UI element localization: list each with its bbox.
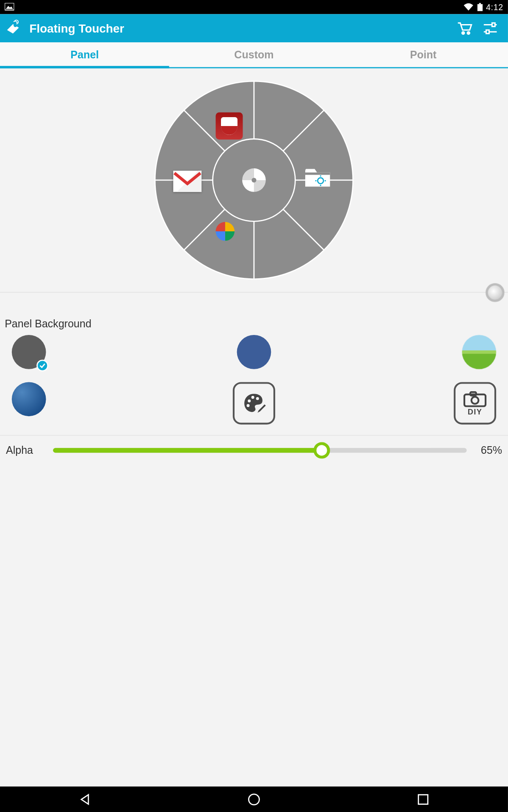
app-title: Floating Toucher	[30, 22, 452, 35]
alpha-label: Alpha	[6, 444, 53, 456]
tab-point[interactable]: Point	[339, 42, 508, 67]
alpha-value: 65%	[467, 444, 502, 456]
palette-icon	[241, 390, 267, 416]
bg-option-stars[interactable]	[12, 382, 46, 416]
svg-point-7	[467, 32, 470, 34]
svg-point-32	[256, 397, 259, 400]
svg-rect-11	[486, 30, 489, 33]
svg-rect-2	[477, 4, 483, 11]
nfl-icon	[215, 112, 243, 140]
wheel-slot-nfl[interactable]	[215, 111, 244, 141]
bg-option-gray[interactable]	[12, 335, 46, 369]
panel-background-heading: Panel Background	[0, 315, 508, 335]
bg-option-diy[interactable]: DIY	[454, 382, 496, 424]
selected-check-icon	[36, 360, 48, 372]
svg-point-5	[14, 24, 17, 27]
home-icon	[247, 793, 261, 807]
svg-point-30	[248, 399, 251, 402]
floating-point-handle[interactable]	[486, 283, 505, 302]
svg-point-37	[248, 794, 259, 805]
battery-icon	[477, 3, 483, 11]
recent-icon	[417, 793, 430, 806]
tab-panel[interactable]: Panel	[0, 42, 169, 67]
app-logo-icon	[5, 17, 25, 39]
tab-bar: Panel Custom Point	[0, 42, 508, 68]
svg-marker-4	[7, 24, 19, 33]
wheel-slot-photos[interactable]	[213, 219, 243, 249]
svg-marker-1	[6, 6, 13, 9]
wheel-slot-settings-folder[interactable]	[304, 165, 334, 195]
alpha-slider[interactable]	[53, 442, 467, 459]
tab-custom[interactable]: Custom	[169, 42, 339, 67]
bg-option-palette[interactable]	[233, 382, 275, 424]
svg-point-6	[462, 32, 464, 34]
svg-point-33	[247, 404, 250, 407]
svg-rect-24	[305, 173, 330, 175]
bg-option-landscape[interactable]	[462, 335, 496, 369]
svg-point-36	[472, 397, 479, 404]
settings-button[interactable]	[478, 15, 503, 41]
svg-rect-3	[479, 3, 480, 4]
nav-home-button[interactable]	[230, 793, 277, 807]
wifi-icon	[463, 3, 474, 11]
wheel-slot-gmail[interactable]	[173, 167, 202, 196]
nav-recent-button[interactable]	[400, 793, 447, 806]
nav-back-button[interactable]	[61, 793, 108, 807]
image-notification-icon	[5, 3, 14, 11]
system-nav-bar	[0, 787, 508, 812]
diy-label: DIY	[468, 407, 482, 416]
camera-icon	[463, 391, 487, 407]
status-clock: 4:12	[486, 3, 503, 12]
back-icon	[77, 793, 91, 807]
panel-wheel[interactable]	[154, 80, 354, 280]
svg-rect-0	[5, 3, 14, 10]
sliders-icon	[481, 19, 499, 37]
bg-option-blue[interactable]	[237, 335, 271, 369]
cart-button[interactable]	[451, 15, 477, 41]
svg-point-23	[251, 178, 256, 182]
svg-rect-10	[492, 23, 495, 26]
svg-point-31	[251, 396, 254, 399]
svg-rect-38	[419, 795, 428, 804]
status-bar: 4:12	[0, 0, 508, 14]
gmail-icon	[173, 171, 202, 192]
app-bar: Floating Toucher	[0, 14, 508, 42]
cart-icon	[456, 19, 473, 37]
